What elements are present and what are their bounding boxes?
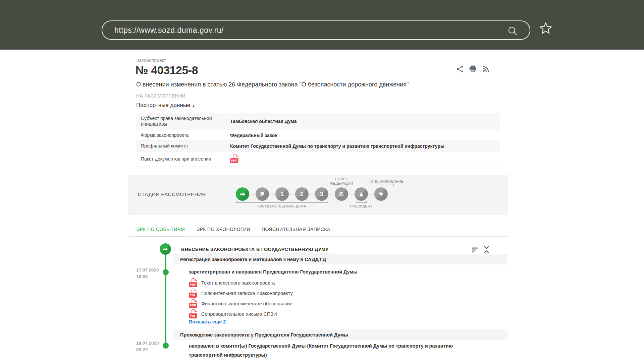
row-label: Форма законопроекта [141, 132, 230, 138]
search-icon[interactable] [507, 25, 518, 38]
pdf-icon[interactable]: PDF [189, 299, 198, 308]
row-label: Пакет документов при внесении [141, 156, 230, 162]
stages-panel: СТАДИИ РАССМОТРЕНИЯ СОВЕТ ФЕДЕРАЦИИ ОПУБ… [128, 175, 507, 215]
arrow-right-icon [163, 246, 168, 252]
label-president: ПРЕЗИДЕНТ [341, 204, 381, 208]
tabs-divider [128, 236, 507, 237]
documents-list: PDF Текст внесенного законопроекта PDF П… [189, 278, 293, 319]
timeline-dot [163, 343, 169, 349]
document-lines-icon [259, 191, 265, 197]
table-row: Пакет документов при внесении PDF [136, 152, 500, 167]
president-building-icon [358, 191, 364, 197]
bracket-publication [381, 184, 394, 186]
subevent-action: зарегистрирован и направлен Председателю… [189, 269, 358, 275]
timeline-date: 17.07.2023 16:08 [136, 267, 159, 280]
pdf-icon[interactable]: PDF [189, 278, 198, 288]
pdf-tag: PDF [230, 158, 238, 163]
event-title-text[interactable]: ВНЕСЕНИЕ ЗАКОНОПРОЕКТА В ГОСУДАРСТВЕННУЮ… [181, 247, 328, 253]
rss-icon[interactable] [482, 65, 490, 74]
stage-circle-reading-3: 3 [315, 187, 328, 201]
stage-circle-president [355, 187, 368, 201]
stage-circle-reading-2: 2 [295, 187, 309, 201]
bracket-president [357, 201, 367, 203]
passport-toggle-label[interactable]: Паспортные данные [136, 102, 190, 109]
bill-title: О внесении изменения в статью 26 Федерал… [136, 81, 409, 88]
stage-circle-council-federation [335, 187, 348, 201]
stage-number: 3 [320, 191, 323, 198]
browser-topbar: https://www.sozd.duma.gov.ru/ [0, 0, 644, 50]
table-row: Форма законопроекта Федеральный закон [136, 130, 500, 141]
document-link[interactable]: PDF Сопроводительное письмо СПЗИ [189, 309, 293, 319]
eagle-icon [378, 191, 384, 197]
row-value: Тамбовская областная Дума [230, 119, 297, 124]
entity-label: Законопроект [136, 58, 166, 63]
pdf-tag: PDF [189, 303, 197, 308]
row-label: Субъект права законодательной инициативы [141, 116, 230, 127]
event-title-link[interactable]: ВНЕСЕНИЕ ЗАКОНОПРОЕКТА В ГОСУДАРСТВЕННУЮ… [181, 247, 328, 252]
document-label[interactable]: Пояснительная записка к законопроекту [201, 291, 293, 296]
timeline-date: 18.07.2023 09:22 [136, 340, 159, 353]
timeline-dot [163, 269, 169, 275]
share-icon[interactable] [456, 65, 464, 74]
time-text: 09:22 [136, 347, 159, 353]
document-link[interactable]: PDF Текст внесенного законопроекта [189, 278, 293, 288]
stages-heading: СТАДИИ РАССМОТРЕНИЯ [138, 191, 206, 197]
stage-circle-introduction [236, 187, 249, 201]
collapse-caret-icon: ▴ [193, 104, 195, 108]
document-link[interactable]: PDF Пояснительная записка к законопроект… [189, 288, 293, 298]
stage-number: 1 [280, 191, 284, 198]
url-text[interactable]: https://www.sozd.duma.gov.ru/ [114, 26, 224, 35]
row-value: PDF [230, 154, 239, 164]
subevent-header: Регистрация законопроекта и материалов к… [173, 254, 507, 264]
passport-data-toggle[interactable]: Паспортные данные▴ [136, 102, 195, 109]
document-label[interactable]: Финансово-экономическое обоснование [201, 301, 292, 306]
document-link[interactable]: PDF Финансово-экономическое обоснование [189, 298, 293, 309]
row-value: Комитет Государственной Думы по транспор… [230, 143, 444, 149]
row-value: Федеральный закон [230, 133, 278, 138]
pdf-icon[interactable]: PDF [230, 154, 239, 163]
label-publication: ОПУБЛИКОВАНИЕ [364, 179, 411, 184]
show-more-link[interactable]: Показать еще 2 [189, 319, 226, 324]
subevent-action: направлен в комитет(ы) Государственной Д… [189, 342, 454, 360]
subevent-header: Прохождение законопроекта у Председателя… [173, 329, 507, 340]
address-bar[interactable]: https://www.sozd.duma.gov.ru/ [102, 20, 530, 40]
stage-circle-publication [374, 187, 388, 201]
stage-circle-preliminary [256, 187, 269, 201]
document-label[interactable]: Текст внесенного законопроекта [201, 280, 275, 286]
pdf-icon[interactable]: PDF [189, 309, 198, 319]
bookmark-star-icon[interactable] [538, 21, 553, 38]
bill-number: № 403125-8 [136, 64, 198, 77]
label-council-federation: СОВЕТ ФЕДЕРАЦИИ [321, 177, 363, 186]
arrow-right-icon [239, 191, 246, 197]
event-stage-icon [160, 243, 171, 255]
pdf-tag: PDF [189, 282, 197, 287]
row-label: Профильный комитет [141, 143, 230, 149]
timeline-line [165, 253, 166, 346]
pdf-tag: PDF [189, 293, 197, 298]
date-text: 18.07.2023 [136, 340, 159, 347]
pdf-icon[interactable]: PDF [189, 289, 198, 298]
status-badge: НА РАССМОТРЕНИИ [136, 93, 185, 99]
council-building-icon [338, 191, 344, 197]
page-actions [456, 65, 490, 74]
table-row: Субъект права законодательной инициативы… [136, 113, 500, 130]
date-text: 17.07.2023 [136, 267, 159, 274]
print-icon[interactable] [468, 65, 477, 74]
stage-number: 2 [300, 191, 304, 198]
pdf-tag: PDF [189, 313, 197, 318]
bracket-state-duma [236, 201, 328, 203]
time-text: 16:08 [136, 274, 159, 280]
passport-table: Субъект права законодательной инициативы… [136, 113, 500, 167]
table-row: Профильный комитет Комитет Государственн… [136, 141, 500, 152]
stage-circle-reading-1: 1 [275, 187, 289, 201]
label-state-duma: ГОСУДАРСТВЕННАЯ ДУМА [241, 204, 322, 208]
document-label[interactable]: Сопроводительное письмо СПЗИ [201, 311, 277, 317]
